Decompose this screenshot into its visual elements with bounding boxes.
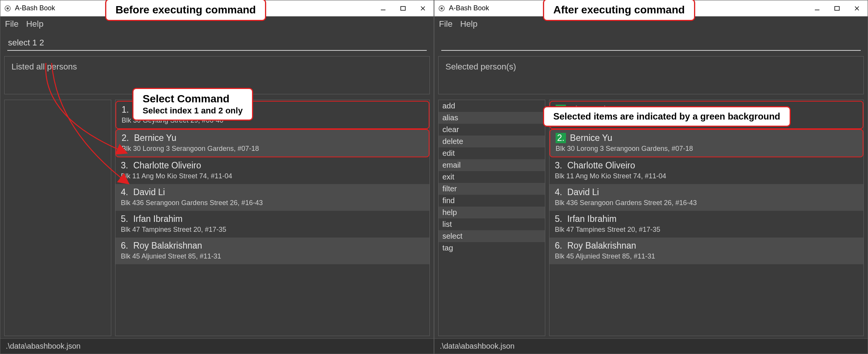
- window-after: A-Bash Book File Help Selected person(s)…: [434, 0, 868, 354]
- svg-point-1: [7, 7, 9, 10]
- person-card[interactable]: 3. Charlotte OliveiroBlk 11 Ang Mo Kio S…: [549, 157, 863, 184]
- suggestion-panel: [4, 100, 111, 336]
- person-index: 2.: [122, 133, 130, 143]
- person-index: 4.: [555, 187, 563, 197]
- suggestion-item[interactable]: tag: [439, 242, 545, 254]
- person-name: Irfan Ibrahim: [565, 214, 617, 224]
- person-name: Irfan Ibrahim: [131, 214, 183, 224]
- footer-path: .\data\abashbook.json: [0, 338, 434, 354]
- person-card[interactable]: 2. Bernice YuBlk 30 Lorong 3 Serangoon G…: [549, 129, 863, 157]
- person-address: Blk 30 Lorong 3 Serangoon Gardens, #07-1…: [122, 145, 423, 153]
- person-address: Blk 45 Aljunied Street 85, #11-31: [555, 252, 858, 260]
- person-name: David Li: [131, 187, 165, 197]
- person-address: Blk 436 Serangoon Gardens Street 26, #16…: [555, 199, 858, 207]
- suggestion-item[interactable]: list: [439, 218, 545, 230]
- suggestion-item[interactable]: clear: [439, 124, 545, 136]
- person-list: 1. Alex YeohBlk 30 Geylang Street 29, #0…: [549, 100, 864, 336]
- status-message: Selected person(s): [438, 56, 864, 94]
- suggestion-item[interactable]: select: [439, 230, 545, 242]
- person-address: Blk 11 Ang Mo Kio Street 74, #11-04: [555, 172, 858, 180]
- maximize-button[interactable]: [399, 5, 407, 12]
- window-controls: [813, 5, 865, 12]
- person-card[interactable]: 2. Bernice YuBlk 30 Lorong 3 Serangoon G…: [115, 129, 429, 157]
- person-index: 5.: [555, 214, 563, 224]
- person-index: 6.: [121, 241, 129, 251]
- menu-help[interactable]: Help: [26, 19, 43, 29]
- app-title: A-Bash Book: [15, 4, 55, 12]
- app-icon: [437, 4, 446, 13]
- menu-file[interactable]: File: [5, 19, 18, 29]
- app-title: A-Bash Book: [449, 4, 489, 12]
- suggestion-item[interactable]: alias: [439, 112, 545, 124]
- close-button[interactable]: [853, 5, 861, 12]
- suggestion-item[interactable]: filter: [439, 183, 545, 195]
- person-index: 5.: [121, 214, 129, 224]
- menu-help[interactable]: Help: [460, 19, 477, 29]
- person-name: Roy Balakrishnan: [565, 241, 636, 251]
- person-address: Blk 45 Aljunied Street 85, #11-31: [121, 252, 424, 260]
- person-card[interactable]: 5. Irfan IbrahimBlk 47 Tampines Street 2…: [549, 211, 863, 238]
- svg-rect-3: [401, 6, 405, 10]
- menu-file[interactable]: File: [439, 19, 452, 29]
- minimize-button[interactable]: [379, 5, 387, 12]
- person-index: 3.: [555, 160, 563, 171]
- person-index: 6.: [555, 241, 563, 251]
- close-button[interactable]: [419, 5, 427, 12]
- person-address: Blk 47 Tampines Street 20, #17-35: [555, 226, 858, 234]
- suggestion-item[interactable]: exit: [439, 171, 545, 183]
- callout-select-command: Select Command Select index 1 and 2 only: [132, 88, 253, 121]
- person-index: 1.: [122, 105, 130, 115]
- callout-green-bg: Selected items are indicated by a green …: [543, 106, 791, 127]
- person-name: David Li: [565, 187, 599, 197]
- person-index: 3.: [121, 160, 129, 171]
- person-card[interactable]: 5. Irfan IbrahimBlk 47 Tampines Street 2…: [115, 211, 429, 238]
- svg-point-7: [441, 7, 443, 10]
- suggestion-panel: addaliascleardeleteeditemailexitfilterfi…: [438, 100, 545, 336]
- person-address: Blk 11 Ang Mo Kio Street 74, #11-04: [121, 172, 424, 180]
- person-card[interactable]: 3. Charlotte OliveiroBlk 11 Ang Mo Kio S…: [115, 157, 429, 184]
- suggestion-item[interactable]: help: [439, 207, 545, 218]
- callout-after: After executing command: [543, 0, 695, 21]
- svg-rect-9: [835, 6, 839, 10]
- person-address: Blk 47 Tampines Street 20, #17-35: [121, 226, 424, 234]
- window-before: A-Bash Book File Help Listed all persons…: [0, 0, 434, 354]
- maximize-button[interactable]: [833, 5, 841, 12]
- suggestion-item[interactable]: find: [439, 195, 545, 207]
- person-name: Bernice Yu: [132, 133, 176, 143]
- suggestion-item[interactable]: edit: [439, 147, 545, 159]
- person-name: Charlotte Oliveiro: [565, 160, 635, 170]
- suggestion-item[interactable]: delete: [439, 136, 545, 147]
- window-controls: [379, 5, 431, 12]
- minimize-button[interactable]: [813, 5, 821, 12]
- suggestion-item[interactable]: email: [439, 159, 545, 171]
- person-card[interactable]: 4. David LiBlk 436 Serangoon Gardens Str…: [549, 184, 863, 211]
- command-input[interactable]: [441, 36, 861, 51]
- person-name: Bernice Yu: [567, 133, 612, 143]
- suggestion-item[interactable]: add: [439, 100, 545, 112]
- person-name: Roy Balakrishnan: [131, 241, 202, 251]
- person-card[interactable]: 6. Roy BalakrishnanBlk 45 Aljunied Stree…: [115, 238, 429, 264]
- person-address: Blk 30 Lorong 3 Serangoon Gardens, #07-1…: [556, 145, 857, 153]
- footer-path: .\data\abashbook.json: [434, 338, 868, 354]
- person-address: Blk 436 Serangoon Gardens Street 26, #16…: [121, 199, 424, 207]
- person-index: 2.: [556, 133, 566, 143]
- callout-before: Before executing command: [105, 0, 266, 21]
- person-name: Charlotte Oliveiro: [131, 160, 201, 170]
- app-icon: [3, 4, 12, 13]
- person-card[interactable]: 4. David LiBlk 436 Serangoon Gardens Str…: [115, 184, 429, 211]
- person-list: 1. Alex YeohBlk 30 Geylang Street 29, #0…: [115, 100, 430, 336]
- person-card[interactable]: 6. Roy BalakrishnanBlk 45 Aljunied Stree…: [549, 238, 863, 264]
- person-index: 4.: [121, 187, 129, 197]
- command-input[interactable]: [7, 36, 427, 51]
